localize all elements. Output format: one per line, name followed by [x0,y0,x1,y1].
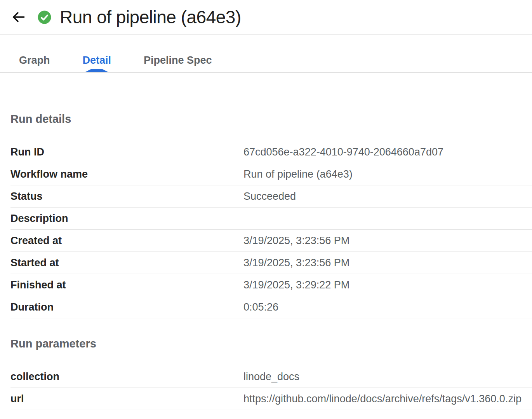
detail-content: Run details Run ID 67cd056e-a322-4010-97… [0,73,532,410]
back-arrow-icon [12,11,25,23]
tab-bar: Graph Detail Pipeline Spec [0,35,532,73]
run-parameters-table: collection linode_docs url https://githu… [10,366,532,410]
row-workflow-name: Workflow name Run of pipeline (a64e3) [10,163,532,185]
row-value: Succeeded [243,190,296,203]
row-run-id: Run ID 67cd056e-a322-4010-9740-2064660a7… [10,141,532,163]
row-label: collection [10,371,243,383]
row-label: Duration [10,301,243,313]
tab-pipeline-spec-label: Pipeline Spec [144,54,212,66]
row-label: Workflow name [10,168,243,180]
row-label: Finished at [10,279,243,291]
run-detail-page: Run of pipeline (a64e3) Graph Detail Pip… [0,0,532,419]
row-label: Created at [10,235,243,247]
row-label: Status [10,190,243,203]
row-created-at: Created at 3/19/2025, 3:23:56 PM [10,230,532,252]
row-label: Started at [10,257,243,269]
row-label: url [10,393,243,405]
tab-detail-label: Detail [83,54,111,66]
run-parameters-heading: Run parameters [10,318,532,350]
row-status: Status Succeeded [10,185,532,208]
row-value: https://github.com/linode/docs/archive/r… [243,393,522,405]
run-details-heading: Run details [10,73,532,126]
row-label: Run ID [10,146,243,158]
row-label: Description [10,213,243,225]
row-param-collection: collection linode_docs [10,366,532,388]
tab-graph[interactable]: Graph [3,48,66,72]
row-value: 0:05:26 [243,301,278,313]
row-value: Run of pipeline (a64e3) [243,168,353,180]
page-title: Run of pipeline (a64e3) [60,7,241,28]
row-description: Description [10,208,532,230]
tab-pipeline-spec[interactable]: Pipeline Spec [127,48,228,72]
run-status-success-icon [37,10,52,24]
row-value: linode_docs [243,371,299,383]
tab-detail[interactable]: Detail [66,48,128,72]
row-value: 67cd056e-a322-4010-9740-2064660a7d07 [243,146,443,158]
row-value: 3/19/2025, 3:23:56 PM [243,257,349,269]
row-value: 3/19/2025, 3:23:56 PM [243,235,349,247]
row-duration: Duration 0:05:26 [10,296,532,318]
tab-graph-label: Graph [19,54,50,66]
run-details-table: Run ID 67cd056e-a322-4010-9740-2064660a7… [10,141,532,318]
back-button[interactable] [12,11,26,23]
row-started-at: Started at 3/19/2025, 3:23:56 PM [10,252,532,274]
row-value: 3/19/2025, 3:29:22 PM [243,279,349,291]
row-param-url: url https://github.com/linode/docs/archi… [10,388,532,410]
row-finished-at: Finished at 3/19/2025, 3:29:22 PM [10,274,532,296]
active-tab-indicator [85,69,109,72]
page-header: Run of pipeline (a64e3) [0,0,532,35]
